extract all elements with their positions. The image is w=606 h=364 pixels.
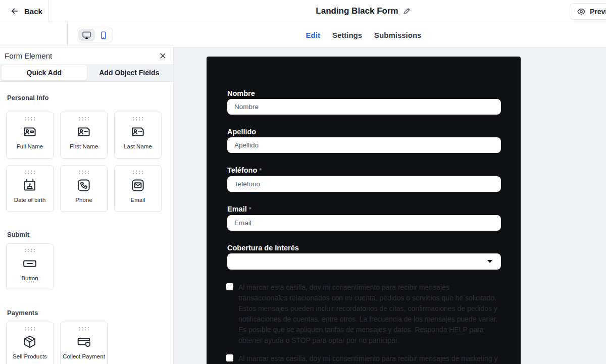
back-button[interactable]: Back bbox=[10, 5, 42, 17]
mobile-view-button[interactable] bbox=[95, 29, 112, 41]
page-title: Landing Black Form bbox=[316, 6, 398, 16]
drag-handle-icon bbox=[24, 327, 35, 331]
element-card-last-name[interactable]: Last Name bbox=[114, 112, 162, 159]
consent-checkbox[interactable] bbox=[226, 354, 233, 361]
element-card-sell-products[interactable]: Sell Products bbox=[6, 322, 54, 364]
tab-quick-add[interactable]: Quick Add bbox=[2, 65, 87, 80]
apellido-input[interactable] bbox=[227, 137, 501, 153]
field-telefono: Teléfono* bbox=[227, 166, 501, 192]
drag-handle-icon bbox=[24, 117, 35, 121]
desktop-view-button[interactable] bbox=[78, 29, 95, 41]
close-icon[interactable] bbox=[159, 51, 167, 60]
field-email: Email* bbox=[227, 204, 501, 231]
form-canvas[interactable]: Nombre Apellido Teléfono* Email* Cobertu… bbox=[207, 57, 521, 364]
section-personal-info: Personal Info bbox=[7, 94, 166, 101]
back-label: Back bbox=[24, 7, 42, 16]
pencil-icon[interactable] bbox=[403, 7, 412, 16]
section-payments: Payments bbox=[7, 309, 166, 317]
consent-text: Al marcar esta casilla, doy mi consentim… bbox=[238, 282, 498, 346]
drag-handle-icon bbox=[24, 170, 35, 174]
drag-handle-icon bbox=[132, 170, 143, 174]
section-submit: Submit bbox=[7, 231, 166, 238]
consent-transactional: Al marcar esta casilla, doy mi consentim… bbox=[226, 282, 501, 346]
field-label: Teléfono* bbox=[227, 166, 501, 175]
panel-tab-bar: Quick Add Add Object Fields bbox=[0, 64, 173, 82]
eye-icon bbox=[577, 7, 586, 16]
panel-title: Form Element bbox=[5, 51, 52, 60]
topbar-divider bbox=[48, 0, 49, 22]
builder-toolbar: Edit Settings Submissions bbox=[0, 22, 606, 47]
page-title-wrap: Landing Black Form bbox=[316, 0, 411, 22]
birthday-calendar-icon bbox=[22, 177, 37, 193]
submit-grid: Button bbox=[0, 243, 173, 290]
top-bar: Back Landing Black Form Preview bbox=[0, 0, 606, 22]
consent-checkbox[interactable] bbox=[226, 283, 233, 290]
button-icon bbox=[22, 255, 38, 272]
full-name-icon bbox=[22, 124, 37, 140]
tab-add-object-fields[interactable]: Add Object Fields bbox=[87, 65, 172, 80]
tab-settings[interactable]: Settings bbox=[332, 31, 362, 39]
arrow-left-icon bbox=[10, 7, 19, 16]
drag-handle-icon bbox=[78, 117, 89, 121]
field-label: Apellido bbox=[227, 127, 501, 136]
drag-handle-icon bbox=[78, 327, 89, 331]
drag-handle-icon bbox=[24, 248, 35, 252]
nombre-input[interactable] bbox=[227, 99, 501, 115]
consent-text: Al marcar esta casilla, doy mi consentim… bbox=[238, 353, 498, 364]
email-icon bbox=[130, 177, 145, 193]
required-asterisk: * bbox=[259, 167, 262, 174]
required-asterisk: * bbox=[249, 205, 251, 213]
consent-marketing: Al marcar esta casilla, doy mi consentim… bbox=[226, 353, 501, 364]
telefono-input[interactable] bbox=[227, 176, 501, 192]
field-label: Cobertura de Interés bbox=[227, 243, 501, 252]
element-card-first-name[interactable]: First Name bbox=[60, 112, 108, 159]
field-label: Nombre bbox=[227, 89, 501, 98]
payment-card-icon bbox=[76, 334, 91, 350]
tab-edit[interactable]: Edit bbox=[306, 31, 320, 39]
preview-label: Preview bbox=[590, 8, 606, 16]
element-card-full-name[interactable]: Full Name bbox=[6, 112, 54, 159]
drag-handle-icon bbox=[78, 170, 89, 174]
toolbar-divider bbox=[67, 22, 68, 47]
field-cobertura: Cobertura de Interés bbox=[227, 243, 501, 270]
form-element-panel: Form Element Quick Add Add Object Fields… bbox=[0, 47, 174, 364]
element-card-phone[interactable]: Phone bbox=[60, 165, 108, 212]
element-card-collect-payment[interactable]: Collect Payment bbox=[60, 322, 108, 364]
element-card-email[interactable]: Email bbox=[114, 165, 162, 212]
tab-submissions[interactable]: Submissions bbox=[374, 31, 421, 39]
form-builder-tabs: Edit Settings Submissions bbox=[306, 22, 422, 47]
phone-icon bbox=[76, 177, 91, 193]
email-input[interactable] bbox=[227, 215, 501, 231]
caret-down-icon bbox=[487, 260, 492, 263]
payments-grid: Sell Products Collect Payment bbox=[0, 322, 173, 364]
product-box-icon bbox=[22, 334, 37, 350]
cobertura-select[interactable] bbox=[227, 253, 501, 270]
last-name-icon bbox=[130, 124, 145, 140]
field-apellido: Apellido bbox=[227, 127, 501, 153]
preview-button[interactable]: Preview bbox=[570, 3, 606, 20]
field-nombre: Nombre bbox=[227, 89, 501, 115]
element-card-button[interactable]: Button bbox=[6, 243, 54, 290]
drag-handle-icon bbox=[132, 117, 143, 121]
field-label: Email* bbox=[227, 204, 501, 214]
device-view-toggle bbox=[77, 28, 113, 42]
personal-info-grid: Full Name First Name Last Name bbox=[0, 112, 173, 212]
element-card-date-of-birth[interactable]: Date of birth bbox=[6, 165, 54, 212]
first-name-icon bbox=[76, 124, 91, 140]
